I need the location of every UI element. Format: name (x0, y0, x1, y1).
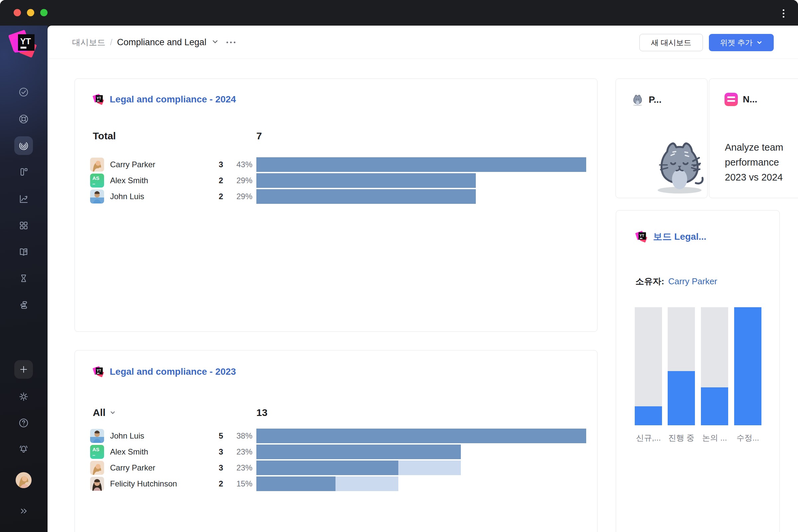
widget-note: N... Analyze team performance 2023 vs 20… (709, 78, 798, 198)
report-title: Legal and compliance - 2024 (110, 94, 236, 105)
total-row: Total 7 (93, 129, 116, 142)
user-link[interactable]: Felicity Hutchinson (110, 476, 177, 492)
expand-sidebar-button[interactable] (14, 502, 33, 520)
sidebar-item-timesheets[interactable] (14, 269, 33, 288)
issue-count: 2 (185, 476, 223, 492)
bar-resolved-segment (256, 189, 476, 204)
issue-count: 3 (185, 460, 223, 476)
minimize-window-button[interactable] (27, 9, 34, 16)
widget-board: YT 보드 Legal... 소유자: Carry Parker 신규,... … (616, 210, 780, 532)
issue-percent: 15% (226, 476, 252, 492)
profile-photo (16, 472, 32, 488)
cat-illustration (650, 135, 707, 195)
sidebar-item-gantt[interactable] (14, 296, 33, 314)
zoom-window-button[interactable] (40, 9, 48, 16)
board-bar[interactable] (635, 307, 662, 425)
report-row: John Luis 5 38% (75, 428, 597, 444)
widget-title-link[interactable]: YT 보드 Legal... (635, 230, 706, 243)
report-row: Carry Parker 3 23% (75, 460, 597, 476)
kebab-menu-icon[interactable] (779, 7, 787, 19)
sidebar-item-apps[interactable] (14, 216, 33, 235)
widget-title-link[interactable]: YT Legal and compliance - 2024 (93, 93, 236, 106)
issue-count: 2 (185, 173, 223, 189)
youtrack-icon: YT (635, 230, 648, 243)
note-text: Analyze team performance 2023 vs 2024 (725, 140, 798, 185)
bar-resolved-segment (256, 157, 586, 172)
user-link[interactable]: John Luis (110, 189, 144, 205)
bar[interactable] (256, 173, 586, 188)
hourglass-icon (18, 273, 29, 284)
issue-count: 3 (185, 444, 223, 460)
board-chart (616, 307, 779, 425)
user-link[interactable]: Alex Smith (110, 444, 148, 460)
bar[interactable] (256, 460, 586, 475)
check-circle-icon (18, 87, 29, 97)
svg-text:YT: YT (97, 96, 101, 100)
bar[interactable] (256, 157, 586, 172)
user-link[interactable]: John Luis (110, 428, 144, 444)
issue-count: 5 (185, 428, 223, 444)
bar-resolved-segment (256, 460, 398, 475)
issue-percent: 38% (226, 428, 252, 444)
sidebar-item-issues[interactable] (14, 83, 33, 101)
breadcrumb: 대시보드 / Compliance and Legal (72, 25, 235, 59)
bell-icon (18, 443, 29, 454)
sidebar-item-knowledge-base[interactable] (14, 243, 33, 261)
user-link[interactable]: Carry Parker (110, 460, 155, 476)
board-bar[interactable] (701, 307, 728, 425)
owner-label: 소유자: (635, 276, 664, 287)
add-widget-label: 위젯 추가 (720, 38, 753, 48)
notifications-button[interactable] (14, 440, 33, 458)
user-avatar[interactable] (16, 472, 32, 488)
avatar-john-luis (90, 429, 104, 443)
filter-label[interactable]: All (93, 407, 106, 418)
sidebar-item-boards[interactable] (14, 163, 33, 181)
widget-title-link[interactable]: YT Legal and compliance - 2023 (93, 366, 236, 378)
gear-icon (18, 391, 29, 402)
page-title[interactable]: Compliance and Legal (117, 37, 207, 48)
owner-row: 소유자: Carry Parker (635, 274, 717, 288)
bar[interactable] (256, 189, 586, 204)
widget-title-link[interactable]: P... (631, 93, 661, 106)
user-link[interactable]: Carry Parker (110, 157, 155, 173)
double-chevron-right-icon (18, 506, 29, 516)
pet-title: P... (649, 94, 661, 105)
issue-count: 2 (185, 189, 223, 205)
breadcrumb-dashboards[interactable]: 대시보드 (72, 37, 106, 48)
new-dashboard-button[interactable]: 새 대시보드 (640, 34, 703, 51)
report-row: John Luis 2 29% (75, 189, 597, 205)
avatar-alex-smith: AS– (90, 174, 104, 188)
main-content: 대시보드 / Compliance and Legal 새 대시보드 위젯 추가 (48, 25, 798, 532)
add-widget-button[interactable]: 위젯 추가 (709, 34, 774, 51)
close-window-button[interactable] (14, 9, 21, 16)
bar[interactable] (256, 429, 586, 443)
sidebar-item-reports[interactable] (14, 190, 33, 208)
user-link[interactable]: Alex Smith (110, 173, 148, 189)
sidebar-item-helpdesk[interactable] (14, 110, 33, 128)
issue-percent: 29% (226, 189, 252, 205)
chevron-down-icon[interactable] (211, 38, 219, 47)
board-bar[interactable] (668, 307, 695, 425)
total-value: 7 (256, 130, 262, 141)
create-new-button[interactable] (14, 360, 33, 379)
bar[interactable] (256, 476, 586, 491)
avatar-carry-parker (90, 461, 104, 475)
youtrack-logo[interactable]: YT (8, 29, 39, 59)
help-button[interactable] (14, 414, 33, 432)
board-column-label: 논의 ... (698, 433, 731, 443)
owner-link[interactable]: Carry Parker (668, 276, 717, 287)
ellipsis-menu-icon[interactable] (226, 41, 235, 43)
bar[interactable] (256, 444, 586, 459)
settings-button[interactable] (14, 387, 33, 406)
svg-text:YT: YT (20, 37, 31, 46)
chevron-down-icon[interactable] (109, 409, 116, 416)
lifebuoy-icon (18, 114, 29, 125)
bar-unresolved-segment (336, 476, 398, 491)
bar-resolved-segment (256, 173, 476, 188)
widget-title-link[interactable]: N... (724, 93, 757, 106)
report-row: AS– Alex Smith 2 29% (75, 173, 597, 189)
sidebar-item-dashboards[interactable] (14, 136, 33, 155)
report-row: AS– Alex Smith 3 23% (75, 444, 597, 460)
board-bar[interactable] (734, 307, 761, 425)
book-icon (18, 247, 29, 258)
